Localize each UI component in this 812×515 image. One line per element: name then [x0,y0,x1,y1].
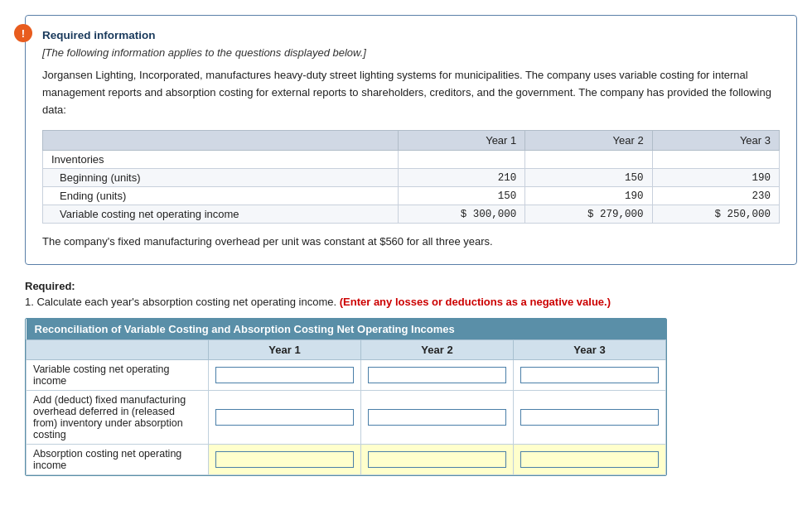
table-row: Variable costing net operating income $ … [43,205,780,224]
table-row: Inventories [43,151,780,169]
question-emphasis: (Enter any losses or deductions as a neg… [340,296,611,308]
row-input-absorption-y3[interactable] [514,445,666,475]
col-label [43,131,399,151]
italic-note: [The following information applies to th… [42,46,780,59]
row-y2: 150 [525,169,652,187]
row-y2 [525,151,652,169]
row-label: Variable costing net operating income [43,205,399,224]
row-input-variable-y2[interactable] [361,360,514,391]
reconciliation-title-row: Reconciliation of Variable Costing and A… [27,319,666,340]
row-y1: $ 300,000 [398,205,524,224]
input-deduct-y3[interactable] [520,409,659,426]
input-deduct-y1[interactable] [215,409,354,426]
description: Jorgansen Lighting, Incorporated, manufa… [42,67,780,118]
reconciliation-table: Reconciliation of Variable Costing and A… [26,319,666,475]
col-year3: Year 3 [652,131,779,151]
reconciliation-wrapper: Reconciliation of Variable Costing and A… [25,318,667,476]
col-year1: Year 1 [398,131,524,151]
reconciliation-title: Reconciliation of Variable Costing and A… [27,319,666,340]
row-label: Beginning (units) [43,169,399,187]
row-label-variable: Variable costing net operating income [27,360,209,391]
reconciliation-row-absorption: Absorption costing net operating income [27,445,666,475]
fixed-note: The company's fixed manufacturing overhe… [42,235,780,248]
row-label-absorption: Absorption costing net operating income [27,445,209,475]
row-y1 [398,151,524,169]
reconciliation-row-deduct: Add (deduct) fixed manufacturing overhea… [27,391,666,445]
row-y2: $ 279,000 [525,205,652,224]
row-input-deduct-y2[interactable] [361,391,514,445]
row-y3 [652,151,779,169]
input-absorption-y2[interactable] [368,451,506,468]
input-absorption-y3[interactable] [520,451,659,468]
row-y2: 190 [525,187,652,205]
row-input-deduct-y3[interactable] [514,391,666,445]
required-section: Required: 1. Calculate each year's absor… [25,280,797,308]
row-label: Inventories [43,151,399,169]
row-input-absorption-y2[interactable] [361,445,514,475]
input-variable-y1[interactable] [215,367,354,383]
row-y1: 210 [398,169,524,187]
input-variable-y2[interactable] [368,367,506,383]
row-input-absorption-y1[interactable] [209,445,361,475]
reconciliation-col-header-row: Year 1 Year 2 Year 3 [27,340,666,360]
input-absorption-y1[interactable] [215,451,354,468]
row-y3: 230 [652,187,779,205]
table-row: Beginning (units) 210 150 190 [43,169,780,187]
info-icon: ! [14,24,32,42]
col-header-year1: Year 1 [209,340,361,360]
question-number: 1. Calculate each year's absorption cost… [25,296,336,308]
row-input-variable-y3[interactable] [514,360,666,391]
row-y3: 190 [652,169,779,187]
reconciliation-row-variable: Variable costing net operating income [27,360,666,391]
row-y3: $ 250,000 [652,205,779,224]
question-text: 1. Calculate each year's absorption cost… [25,296,797,308]
input-variable-y3[interactable] [520,367,659,383]
table-row: Ending (units) 150 190 230 [43,187,780,205]
row-label: Ending (units) [43,187,399,205]
required-label: Required: [25,280,797,292]
col-header-year2: Year 2 [361,340,514,360]
info-box: ! Required information [The following in… [25,15,797,265]
input-deduct-y2[interactable] [368,409,506,426]
row-input-deduct-y1[interactable] [209,391,361,445]
inventory-table: Year 1 Year 2 Year 3 Inventories Beginni… [42,130,780,224]
row-input-variable-y1[interactable] [209,360,361,391]
row-label-deduct: Add (deduct) fixed manufacturing overhea… [27,391,209,445]
col-header-label [27,340,209,360]
required-info-title: Required information [42,29,780,41]
col-year2: Year 2 [525,131,652,151]
row-y1: 150 [398,187,524,205]
col-header-year3: Year 3 [514,340,666,360]
